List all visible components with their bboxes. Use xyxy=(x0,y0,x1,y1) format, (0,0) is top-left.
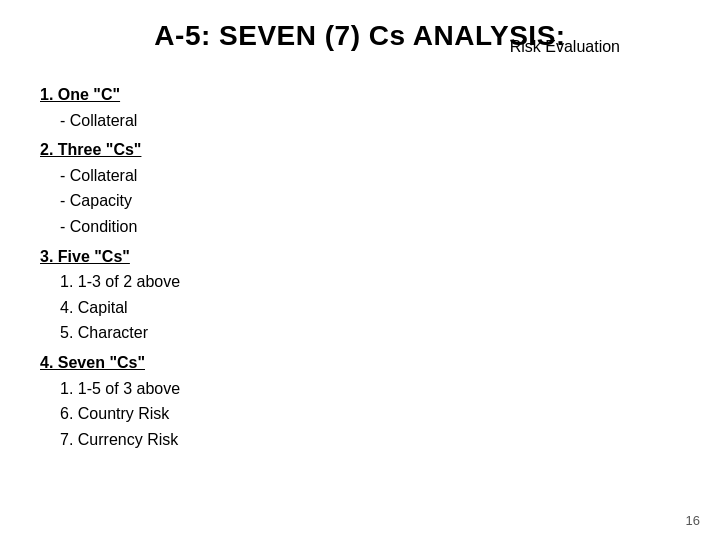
page: A-5: SEVEN (7) Cs ANALYSIS: Risk Evaluat… xyxy=(0,0,720,540)
section-4-header: 4. Seven "Cs" xyxy=(40,350,690,376)
section-3-item-1: 4. Capital xyxy=(40,295,690,321)
section-2-item-0: - Collateral xyxy=(40,163,690,189)
section-1-header: 1. One "C" xyxy=(40,82,690,108)
section-1-item-0: - Collateral xyxy=(40,108,690,134)
section-3-header: 3. Five "Cs" xyxy=(40,244,690,270)
section-4-item-0: 1. 1-5 of 3 above xyxy=(40,376,690,402)
section-3-item-2: 5. Character xyxy=(40,320,690,346)
page-number: 16 xyxy=(686,513,700,528)
section-4-item-2: 7. Currency Risk xyxy=(40,427,690,453)
section-3-item-0: 1. 1-3 of 2 above xyxy=(40,269,690,295)
section-2-item-2: - Condition xyxy=(40,214,690,240)
section-2-header: 2. Three "Cs" xyxy=(40,137,690,163)
subtitle: Risk Evaluation xyxy=(510,38,620,56)
content-area: 1. One "C" - Collateral 2. Three "Cs" - … xyxy=(30,82,690,452)
section-2-item-1: - Capacity xyxy=(40,188,690,214)
section-4-item-1: 6. Country Risk xyxy=(40,401,690,427)
